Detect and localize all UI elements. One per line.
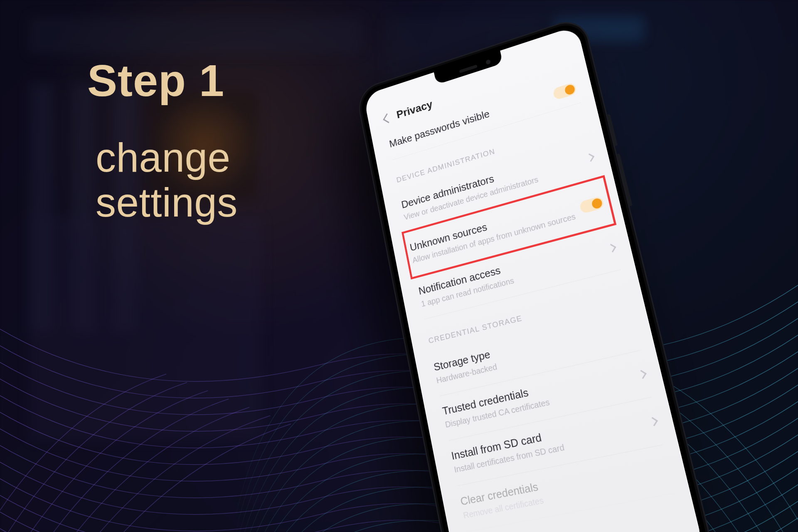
phone-screen: Privacy Make passwords visible DEVICE AD… [363,25,704,532]
settings-list: Privacy Make passwords visible DEVICE AD… [367,44,704,532]
chevron-right-icon [607,244,616,253]
chevron-right-icon [586,153,595,162]
toggle-on-icon[interactable] [552,82,577,100]
phone-mockup-wrap: Privacy Make passwords visible DEVICE AD… [283,0,781,532]
step-label: Step 1 [87,56,238,106]
caption-text: change settings [71,135,238,225]
back-icon[interactable] [383,113,392,123]
phone-frame: Privacy Make passwords visible DEVICE AD… [355,15,715,532]
caption-block: Step 1 change settings [87,56,238,225]
row-install-sd[interactable]: Install from SD card Install certificate… [448,397,663,486]
power-button [607,114,618,146]
tutorial-slide: Step 1 change settings Privacy Make pass… [0,0,798,532]
row-clear-credentials[interactable]: Clear credentials Remove all certificate… [458,445,675,532]
chevron-right-icon [649,417,658,426]
volume-button [617,153,633,206]
toggle-on-icon[interactable] [579,196,604,214]
chevron-right-icon [638,370,647,379]
